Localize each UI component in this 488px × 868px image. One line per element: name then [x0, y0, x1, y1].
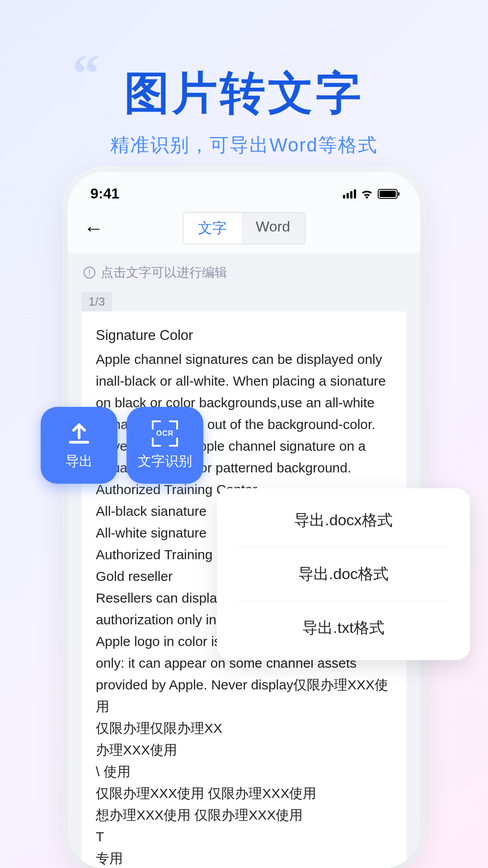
export-txt[interactable]: 导出.txt格式 [239, 601, 448, 655]
wifi-icon [361, 189, 373, 199]
ocr-scan-icon: OCR [152, 420, 178, 447]
export-button[interactable]: 导出 [41, 407, 117, 484]
battery-icon [378, 189, 398, 199]
export-doc[interactable]: 导出.doc格式 [239, 547, 448, 601]
export-format-menu: 导出.docx格式 导出.doc格式 导出.txt格式 [217, 488, 470, 660]
nav-bar: ← 文字 Word [68, 209, 420, 248]
format-tabs: 文字 Word [183, 212, 305, 245]
hero-subtitle: 精准识别，可导出Word等格式 [0, 132, 488, 158]
ocr-heading: Signature Color [96, 324, 392, 347]
quote-decoration: “ [72, 66, 99, 82]
status-icons [343, 189, 398, 199]
tab-word[interactable]: Word [241, 213, 305, 244]
back-button[interactable]: ← [84, 217, 103, 240]
status-time: 9:41 [90, 185, 119, 202]
signal-icon [343, 189, 356, 198]
edit-hint: ! 点击文字可以进行编辑 [68, 253, 420, 292]
export-docx[interactable]: 导出.docx格式 [239, 494, 448, 547]
page-indicator: 1/3 [81, 292, 112, 311]
ocr-button[interactable]: OCR 文字识别 [127, 407, 203, 484]
ocr-label: 文字识别 [138, 452, 192, 471]
export-label: 导出 [66, 452, 93, 471]
info-icon: ! [84, 267, 95, 278]
tab-text[interactable]: 文字 [183, 213, 241, 244]
hero-section: “ 图片转文字 精准识别，可导出Word等格式 [0, 0, 488, 158]
status-bar: 9:41 [68, 172, 420, 209]
upload-icon [66, 420, 92, 447]
hint-text: 点击文字可以进行编辑 [101, 264, 227, 281]
